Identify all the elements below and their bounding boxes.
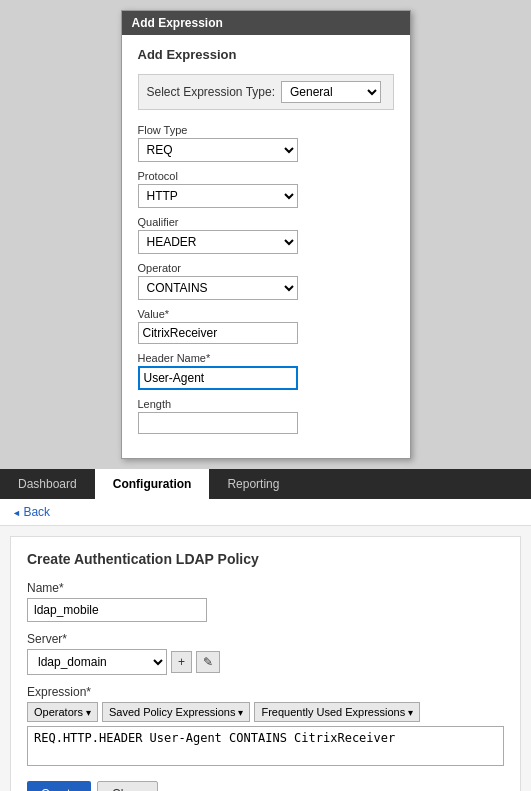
expression-toolbar: Operators Saved Policy Expressions Frequ…	[27, 702, 504, 722]
close-button[interactable]: Close	[97, 781, 158, 791]
dialog-titlebar: Add Expression	[122, 11, 410, 35]
qualifier-select[interactable]: HEADER	[138, 230, 298, 254]
length-input[interactable]	[138, 412, 298, 434]
value-label: Value*	[138, 308, 394, 320]
protocol-select[interactable]: HTTP	[138, 184, 298, 208]
tab-configuration[interactable]: Configuration	[95, 469, 210, 499]
expr-type-label: Select Expression Type:	[147, 85, 276, 99]
header-name-group: Header Name*	[138, 352, 394, 390]
qualifier-label: Qualifier	[138, 216, 394, 228]
header-name-input[interactable]	[138, 366, 298, 390]
operator-label: Operator	[138, 262, 394, 274]
operator-group: Operator CONTAINS	[138, 262, 394, 300]
expr-type-select[interactable]: General	[281, 81, 381, 103]
value-group: Value*	[138, 308, 394, 344]
saved-policy-dropdown[interactable]: Saved Policy Expressions	[102, 702, 251, 722]
operators-dropdown[interactable]: Operators	[27, 702, 98, 722]
dialog-box: Add Expression Add Expression Select Exp…	[121, 10, 411, 459]
add-expression-dialog: Add Expression Add Expression Select Exp…	[0, 0, 531, 469]
protocol-label: Protocol	[138, 170, 394, 182]
server-field: Server* ldap_domain + ✎	[27, 632, 504, 675]
name-field: Name*	[27, 581, 504, 622]
form-section: Create Authentication LDAP Policy Name* …	[10, 536, 521, 791]
server-select[interactable]: ldap_domain	[27, 649, 167, 675]
edit-server-button[interactable]: ✎	[196, 651, 220, 673]
back-bar: Back	[0, 499, 531, 526]
flow-type-select[interactable]: REQ	[138, 138, 298, 162]
name-label: Name*	[27, 581, 504, 595]
length-label: Length	[138, 398, 394, 410]
create-button[interactable]: Create	[27, 781, 91, 791]
tab-reporting[interactable]: Reporting	[209, 469, 297, 499]
page-content: Back Create Authentication LDAP Policy N…	[0, 499, 531, 791]
dialog-title: Add Expression	[132, 16, 223, 30]
expression-field: Expression* Operators Saved Policy Expre…	[27, 685, 504, 769]
form-title: Create Authentication LDAP Policy	[27, 551, 504, 567]
server-row: ldap_domain + ✎	[27, 649, 504, 675]
dialog-body: Add Expression Select Expression Type: G…	[122, 35, 410, 458]
expression-label: Expression*	[27, 685, 504, 699]
value-input[interactable]	[138, 322, 298, 344]
operator-select[interactable]: CONTAINS	[138, 276, 298, 300]
nav-tabs: Dashboard Configuration Reporting	[0, 469, 531, 499]
name-input[interactable]	[27, 598, 207, 622]
flow-type-group: Flow Type REQ	[138, 124, 394, 162]
qualifier-group: Qualifier HEADER	[138, 216, 394, 254]
protocol-group: Protocol HTTP	[138, 170, 394, 208]
server-label: Server*	[27, 632, 504, 646]
main-section: Dashboard Configuration Reporting Back C…	[0, 469, 531, 791]
flow-type-label: Flow Type	[138, 124, 394, 136]
dialog-heading: Add Expression	[138, 47, 394, 62]
expression-textarea[interactable]: REQ.HTTP.HEADER User-Agent CONTAINS Citr…	[27, 726, 504, 766]
expr-type-row: Select Expression Type: General	[138, 74, 394, 110]
header-name-label: Header Name*	[138, 352, 394, 364]
frequently-used-dropdown[interactable]: Frequently Used Expressions	[254, 702, 420, 722]
length-group: Length	[138, 398, 394, 434]
add-server-button[interactable]: +	[171, 651, 192, 673]
back-link[interactable]: Back	[12, 505, 50, 519]
tab-dashboard[interactable]: Dashboard	[0, 469, 95, 499]
button-row: Create Close	[27, 781, 504, 791]
